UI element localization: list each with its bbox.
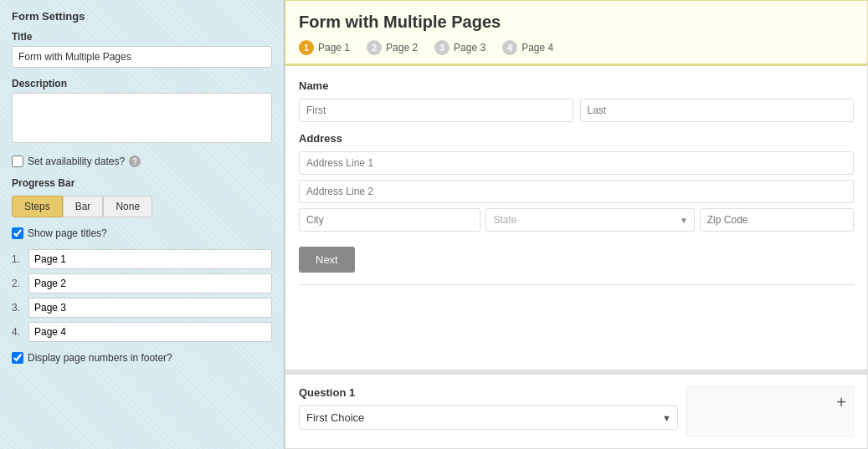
page-step-3: 3 Page 3 [434, 40, 485, 55]
state-select[interactable]: State [485, 208, 694, 232]
form-body: Name Address State ▼ Next [285, 64, 868, 370]
list-item: 4. [12, 322, 272, 342]
question-label: Question 1 [299, 386, 678, 399]
page-steps: 1 Page 1 2 Page 2 3 Page 3 4 Page 4 [299, 40, 854, 55]
page-num-4: 4. [12, 326, 28, 338]
panel-title: Form Settings [12, 10, 272, 23]
step-label-3: Page 3 [454, 42, 485, 54]
description-label: Description [12, 78, 272, 89]
name-row [299, 99, 854, 122]
question-right-panel: + [686, 386, 854, 436]
address-line1-input[interactable] [299, 151, 854, 175]
description-textarea[interactable] [12, 93, 272, 143]
step-label-2: Page 2 [386, 42, 418, 54]
page-step-1: 1 Page 1 [299, 40, 350, 55]
left-panel: Form Settings Title Description Set avai… [0, 0, 285, 449]
step-label-1: Page 1 [318, 42, 350, 54]
progress-bar-title: Progress Bar [12, 177, 272, 189]
address-row: State ▼ [299, 208, 854, 232]
name-section: Name [299, 79, 854, 122]
page-list: 1. 2. 3. 4. [12, 249, 272, 342]
city-input[interactable] [299, 208, 480, 232]
progress-bar-options: Steps Bar None [12, 196, 272, 217]
list-item: 1. [12, 249, 272, 269]
last-name-input[interactable] [580, 99, 855, 122]
page-3-input[interactable] [28, 298, 272, 318]
page-num-1: 1. [12, 253, 28, 265]
step-num-4: 4 [502, 40, 517, 55]
question-left: Question 1 First Choice Second Choice Th… [299, 386, 678, 430]
show-page-titles-label: Show page titles? [28, 227, 107, 239]
page-num-3: 3. [12, 302, 28, 314]
page-num-2: 2. [12, 278, 28, 289]
steps-button[interactable]: Steps [12, 196, 63, 217]
form-header: Form with Multiple Pages 1 Page 1 2 Page… [285, 0, 868, 64]
first-name-input[interactable] [299, 99, 573, 122]
list-item: 2. [12, 273, 272, 293]
state-select-wrapper: State ▼ [485, 208, 694, 232]
next-button[interactable]: Next [299, 247, 355, 273]
add-option-button[interactable]: + [836, 394, 846, 411]
step-num-2: 2 [367, 40, 382, 55]
address-section: Address State ▼ [299, 132, 854, 232]
form-title: Form with Multiple Pages [299, 13, 854, 32]
list-item: 3. [12, 298, 272, 318]
help-icon[interactable]: ? [129, 156, 141, 167]
right-panel: Form with Multiple Pages 1 Page 1 2 Page… [285, 0, 868, 449]
availability-label: Set availability dates? [28, 156, 125, 167]
display-page-numbers-label: Display page numbers in footer? [28, 352, 172, 364]
choice-select[interactable]: First Choice Second Choice Third Choice [299, 406, 678, 430]
step-label-4: Page 4 [521, 42, 553, 54]
choice-select-wrapper: First Choice Second Choice Third Choice … [299, 406, 678, 430]
page-2-input[interactable] [28, 273, 272, 293]
page-1-input[interactable] [28, 249, 272, 269]
bar-button[interactable]: Bar [63, 196, 104, 217]
step-num-1: 1 [299, 40, 314, 55]
page-4-input[interactable] [28, 322, 272, 342]
page-step-4: 4 Page 4 [502, 40, 553, 55]
name-label: Name [299, 79, 854, 92]
display-page-numbers-checkbox[interactable] [12, 352, 23, 364]
page-step-2: 2 Page 2 [367, 40, 418, 55]
availability-checkbox[interactable] [12, 156, 23, 167]
address-label: Address [299, 132, 854, 145]
zip-input[interactable] [700, 208, 854, 232]
step-num-3: 3 [434, 40, 449, 55]
form-divider [299, 284, 854, 285]
title-input[interactable] [12, 46, 272, 68]
address-line2-input[interactable] [299, 180, 854, 203]
none-button[interactable]: None [103, 196, 152, 217]
title-label: Title [12, 31, 272, 43]
show-page-titles-checkbox[interactable] [12, 227, 23, 239]
question-section: Question 1 First Choice Second Choice Th… [285, 374, 868, 449]
